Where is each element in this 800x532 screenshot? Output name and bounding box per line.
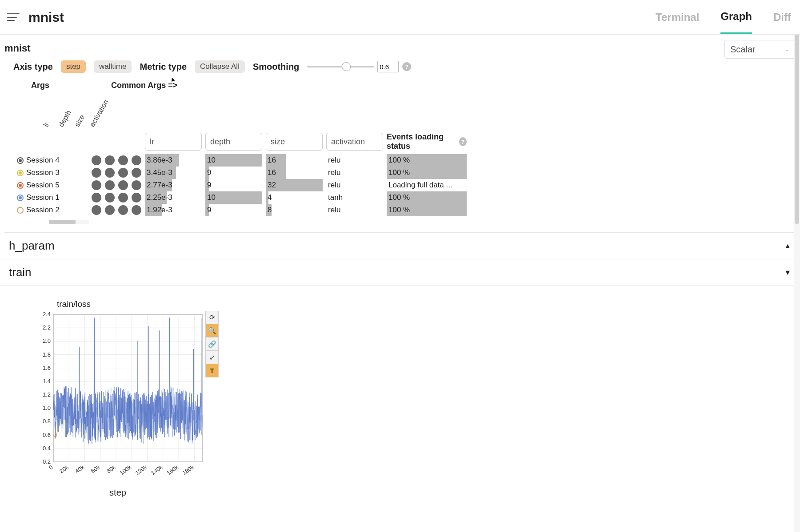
svg-text:1.2: 1.2: [43, 391, 51, 398]
smoothing-slider[interactable]: [307, 66, 374, 67]
svg-text:2.0: 2.0: [43, 337, 51, 344]
arg-dot[interactable]: [132, 155, 141, 165]
arg-dot[interactable]: [118, 205, 128, 215]
svg-text:100k: 100k: [118, 464, 132, 476]
svg-text:180k: 180k: [181, 464, 195, 476]
svg-text:1.4: 1.4: [43, 378, 51, 385]
chart-toolbar: ⟳ 🔍 🔗 ⤢ T: [205, 311, 219, 377]
session-row[interactable]: Session 5: [17, 179, 88, 191]
session-table: Session 4 Session 3 Session 5 Session 1 …: [4, 133, 796, 216]
svg-rect-0: [53, 314, 202, 462]
chart-canvas[interactable]: 0.20.40.60.81.01.21.41.61.82.02.22.4020k…: [31, 311, 204, 480]
chart-xlabel: step: [31, 488, 204, 498]
smoothing-label: Smoothing: [253, 62, 299, 72]
arg-dot[interactable]: [118, 180, 128, 190]
arg-dot[interactable]: [132, 193, 141, 202]
svg-text:0.6: 0.6: [43, 432, 51, 438]
arg-label-size: size: [73, 113, 86, 128]
arg-dot[interactable]: [92, 193, 101, 202]
arg-dot[interactable]: [92, 168, 101, 178]
svg-text:140k: 140k: [150, 464, 164, 476]
smoothing-input[interactable]: [377, 61, 399, 72]
tag-dropdown[interactable]: Scalar ⌄: [724, 40, 796, 59]
column-status: Events loading status? 100 % 100 % Loadi…: [387, 133, 467, 216]
chart-train-loss: train/loss 0.20.40.60.81.01.21.41.61.82.…: [0, 286, 800, 511]
refresh-icon[interactable]: ⟳: [205, 311, 219, 324]
column-header[interactable]: depth: [205, 133, 262, 151]
vertical-scrollbar[interactable]: [794, 35, 800, 511]
svg-text:120k: 120k: [134, 464, 148, 476]
svg-text:1.8: 1.8: [43, 351, 51, 358]
arg-label-activation: activation: [88, 98, 110, 128]
arg-dot[interactable]: [105, 193, 115, 202]
menu-icon[interactable]: [7, 11, 20, 24]
svg-text:0: 0: [48, 464, 54, 471]
session-row[interactable]: Session 4: [17, 154, 88, 167]
arg-dot[interactable]: [118, 155, 128, 165]
zoom-icon[interactable]: 🔍: [205, 324, 219, 337]
diagonal-arg-labels: lr depth size activation: [36, 93, 796, 128]
chart-title: train/loss: [57, 299, 204, 309]
tab-graph[interactable]: Graph: [720, 10, 752, 34]
collapse-all-button[interactable]: Collapse All: [195, 60, 245, 73]
column-header[interactable]: activation: [326, 133, 383, 151]
column-depth: depth 10 9 9 10 9: [205, 133, 262, 216]
topbar: mnist Terminal Graph Diff: [0, 0, 800, 35]
svg-text:40k: 40k: [74, 464, 85, 475]
args-section: Args Common Args => lr depth size activa…: [4, 76, 796, 133]
session-row[interactable]: Session 2: [17, 204, 88, 216]
svg-text:20k: 20k: [58, 464, 70, 475]
column-header[interactable]: size: [266, 133, 323, 151]
arg-dot[interactable]: [105, 155, 115, 165]
svg-text:1.6: 1.6: [43, 365, 51, 371]
arg-dot[interactable]: [105, 205, 115, 215]
breadcrumb: mnist: [4, 40, 31, 59]
arg-dot[interactable]: [132, 168, 141, 178]
chevron-down-icon: ⌄: [784, 46, 790, 53]
session-row[interactable]: Session 1: [17, 191, 88, 204]
arg-dot[interactable]: [105, 168, 115, 178]
arg-dot[interactable]: [118, 168, 128, 178]
arg-dot[interactable]: [92, 180, 101, 190]
svg-text:60k: 60k: [90, 464, 101, 475]
section-train[interactable]: train ▼: [0, 259, 800, 286]
session-row[interactable]: Session 3: [17, 167, 88, 179]
svg-text:0.4: 0.4: [43, 445, 51, 452]
tab-terminal[interactable]: Terminal: [656, 11, 699, 33]
svg-text:160k: 160k: [165, 464, 180, 476]
axis-type-label: Axis type: [13, 62, 53, 72]
column-lr: lr 3.86e-3 3.45e-3 2.77e-3 2.25e-3 1.92e…: [145, 133, 202, 216]
help-icon[interactable]: ?: [402, 62, 411, 71]
metric-type-label: Metric type: [140, 62, 187, 72]
arg-dot-grid: [92, 133, 141, 216]
arg-dot[interactable]: [118, 193, 128, 202]
common-args-label[interactable]: Common Args =>: [111, 81, 177, 90]
expand-icon[interactable]: ⤢: [205, 351, 219, 364]
help-icon[interactable]: ?: [459, 137, 467, 146]
column-header[interactable]: lr: [145, 133, 202, 151]
arg-dot[interactable]: [92, 155, 101, 165]
expand-down-icon: ▼: [784, 269, 791, 277]
arg-label-depth: depth: [57, 109, 73, 128]
svg-text:1.0: 1.0: [43, 405, 51, 411]
axis-walltime-pill[interactable]: walltime: [94, 60, 132, 73]
session-list: Session 4 Session 3 Session 5 Session 1 …: [17, 133, 88, 216]
axis-step-pill[interactable]: step: [61, 60, 86, 73]
svg-text:0.8: 0.8: [43, 418, 51, 425]
link-icon[interactable]: 🔗: [205, 337, 219, 351]
arg-dot[interactable]: [105, 180, 115, 190]
collapse-up-icon: ▲: [784, 242, 791, 250]
arg-label-lr: lr: [42, 121, 51, 128]
arg-dot[interactable]: [132, 205, 141, 215]
arg-dot[interactable]: [132, 180, 141, 190]
section-h-param[interactable]: h_param ▲: [0, 233, 800, 259]
arg-dot[interactable]: [92, 205, 101, 215]
svg-text:2.4: 2.4: [43, 311, 51, 318]
app-title: mnist: [28, 10, 64, 25]
horizontal-scrollbar[interactable]: [49, 220, 89, 224]
tab-diff[interactable]: Diff: [773, 11, 791, 33]
text-icon[interactable]: T: [205, 364, 219, 377]
column-activation: activation relu relu relu tanh relu: [326, 133, 383, 216]
column-size: size 16 16 32 4 8: [266, 133, 323, 216]
tag-dropdown-value: Scalar: [730, 44, 756, 55]
